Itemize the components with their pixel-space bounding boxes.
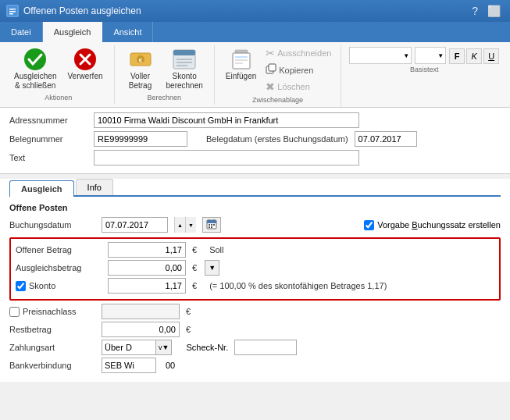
skonto-label-text: Skonto [29,281,55,290]
money-icon: € [128,47,153,72]
date-spin-up[interactable]: ▲ [174,217,185,233]
app-icon [6,5,19,17]
scissors-icon: ✂ [266,47,275,59]
inner-tabs: Ausgleich Info [9,179,501,197]
ausschneiden-label: Ausschneiden [277,48,331,58]
bankverbindung-input[interactable] [102,358,156,373]
buchungsdatum-row: Buchungsdatum ▲ ▼ Vorgabe Buchungssatz e… [9,217,501,233]
offener-betrag-currency: € [192,245,197,254]
einfuegen-button[interactable]: Einfügen [221,45,261,83]
italic-button[interactable]: K [466,48,482,64]
ausgleichsbetrag-dropdown[interactable]: ▼ [205,260,219,276]
restbetrag-input[interactable] [102,322,180,337]
soll-label: Soll [209,245,223,254]
form-area: Adressnummer Belegnummer Belegdatum (ers… [0,108,510,174]
ausgleichsbetrag-input[interactable] [108,260,186,276]
belegnummer-row: Belegnummer Belegdatum (erstes Buchungsd… [9,131,501,147]
help-button[interactable]: ? [469,5,481,17]
tab-content-ausgleich: Offene Posten Buchungsdatum ▲ ▼ Vorgabe [0,197,510,382]
inner-tab-ausgleich[interactable]: Ausgleich [9,180,74,197]
svg-rect-31 [211,226,212,228]
zwischenablage-col: ✂ Ausschneiden Kopieren ✖ Löschen [262,45,334,94]
skonto-berechnen-button[interactable]: Skontoberechnen [162,45,208,92]
skonto-label-cell: Skonto [16,281,102,291]
zahlungsart-dropdown-row: v▼ [102,340,172,355]
ribbon-content: Ausgleichen& schließen Verwerfen Aktione… [0,42,510,108]
offener-betrag-label: Offener Betrag [16,245,102,254]
svg-text:€: € [138,57,142,64]
restbetrag-label: Restbetrag [9,325,95,334]
restbetrag-row: Restbetrag € [9,322,501,337]
tab-datei[interactable]: Datei [0,22,43,42]
underline-button[interactable]: U [483,48,499,64]
scheck-nr-label: Scheck-Nr. [186,343,228,352]
inner-tabs-wrapper: Ausgleich Info [0,179,510,197]
calendar-button[interactable] [202,217,221,233]
scheck-nr-input[interactable] [234,340,297,355]
voller-betrag-button[interactable]: € VollerBetrag [121,45,160,92]
svg-rect-22 [269,64,276,71]
text-format-buttons: F K U [449,48,499,64]
zwischenablage-group-label: Zwischenablage [252,96,303,104]
zahlungsart-dropdown-btn[interactable]: v▼ [156,340,172,355]
verwerfen-button[interactable]: Verwerfen [62,45,107,83]
svg-rect-3 [9,13,13,15]
svg-rect-24 [207,220,216,223]
fontsize-dropdown-arrow: ▼ [436,52,445,59]
font-dropdown-arrow: ▼ [401,52,411,59]
cancel-icon [73,47,98,72]
buchungsdatum-input[interactable] [102,217,168,233]
red-border-section: Offener Betrag € Soll Ausgleichsbetrag €… [9,237,501,301]
title-bar: Offenen Posten ausgleichen ? ⬜ [0,0,510,22]
preisnachlass-currency: € [186,307,191,316]
svg-point-4 [24,48,46,70]
maximize-button[interactable]: ⬜ [484,5,504,17]
loeschen-label: Löschen [277,82,310,91]
zahlungsart-input[interactable] [102,340,156,355]
skonto-input[interactable] [108,278,186,294]
tab-ausgleich[interactable]: Ausgleich [43,22,103,42]
ausgleichsbetrag-currency: € [192,263,197,272]
font-dropdown[interactable]: ▼ [349,47,412,64]
skonto-icon [172,47,197,72]
title-text: Offenen Posten ausgleichen [23,5,141,16]
loeschen-button[interactable]: ✖ Löschen [262,79,334,94]
zwischenablage-buttons: Einfügen ✂ Ausschneiden Kopieren [221,45,335,94]
vorgabe-checkbox-row: Vorgabe Buchungssatz erstellen [364,220,501,230]
skonto-row: Skonto € (= 100,00 % des skontofähigen B… [16,278,494,294]
date-spin-down[interactable]: ▼ [185,217,196,233]
svg-rect-18 [235,56,248,58]
svg-rect-27 [209,224,210,226]
kopieren-button[interactable]: Kopieren [262,62,334,78]
svg-rect-29 [213,224,215,226]
checkmark-icon [23,47,48,72]
bold-button[interactable]: F [449,48,465,64]
ribbon-group-aktionen: Ausgleichen& schließen Verwerfen Aktione… [3,45,115,105]
offener-betrag-input[interactable] [108,242,186,258]
fontsize-dropdown[interactable]: ▼ [415,47,446,64]
tab-ansicht[interactable]: Ansicht [102,22,153,42]
svg-rect-2 [9,11,16,12]
ausschneiden-button[interactable]: ✂ Ausschneiden [262,45,334,61]
vorgabe-checkbox[interactable] [364,220,374,230]
bankverbindung-extra: 00 [166,361,175,370]
ribbon-group-berechnen: € VollerBetrag Skontoberechnen [115,45,215,105]
preisnachlass-checkbox[interactable] [9,307,20,317]
svg-rect-19 [235,59,248,61]
belegnummer-label: Belegnummer [9,134,87,144]
text-input[interactable] [94,150,359,166]
ribbon-group-basistext: ▼ ▼ F K U Basistext [341,45,507,77]
preisnachlass-input[interactable] [102,304,180,319]
belegnummer-input[interactable] [94,131,187,147]
svg-rect-12 [173,50,195,55]
ausgleichen-button[interactable]: Ausgleichen& schließen [9,45,61,92]
adressnummer-input[interactable] [94,112,359,128]
verwerfen-label: Verwerfen [67,72,102,81]
skonto-checkbox[interactable] [16,281,26,291]
vorgabe-label: Vorgabe Buchungssatz erstellen [377,220,501,230]
einfuegen-label: Einfügen [226,72,256,81]
zahlungsart-row: Zahlungsart v▼ Scheck-Nr. [9,340,501,355]
belegdatum-input[interactable] [355,131,417,147]
inner-tab-info[interactable]: Info [76,179,113,195]
text-label: Text [9,153,87,162]
